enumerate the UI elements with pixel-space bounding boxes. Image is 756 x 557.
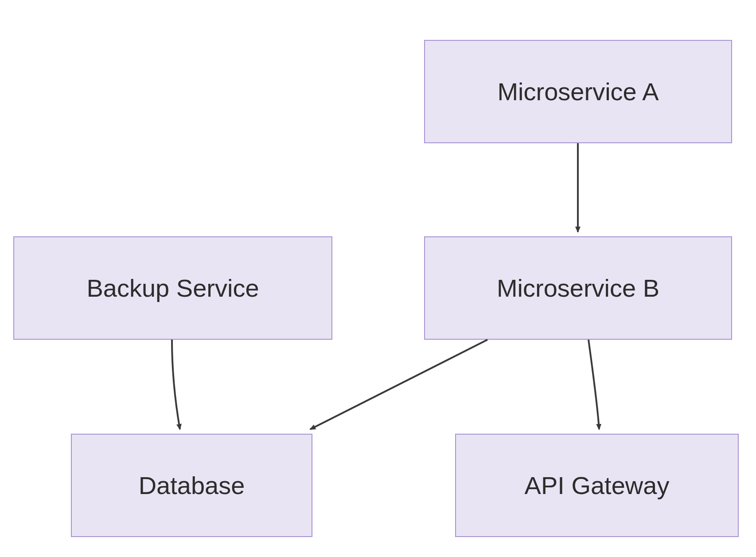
- node-label: API Gateway: [525, 471, 670, 500]
- node-microservice-b: Microservice B: [424, 236, 732, 340]
- node-database: Database: [71, 434, 312, 537]
- edge-backup-to-database: [172, 340, 180, 429]
- node-label: Microservice A: [497, 77, 659, 106]
- node-microservice-a: Microservice A: [424, 40, 732, 143]
- edge-mb-to-apigw: [588, 340, 599, 429]
- node-label: Database: [139, 471, 245, 500]
- node-backup-service: Backup Service: [13, 236, 332, 340]
- node-label: Backup Service: [86, 274, 259, 302]
- node-api-gateway: API Gateway: [455, 434, 739, 537]
- edge-mb-to-database: [310, 340, 487, 429]
- node-label: Microservice B: [497, 274, 659, 302]
